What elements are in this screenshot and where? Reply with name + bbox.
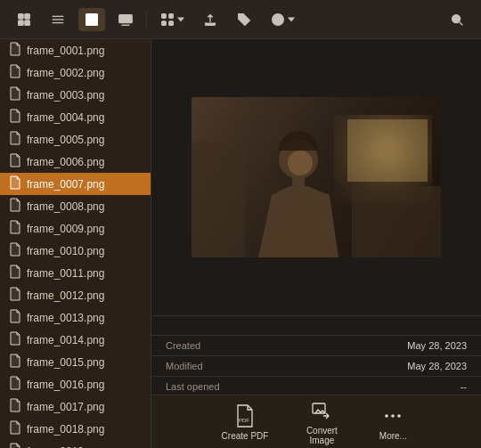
sidebar-item[interactable]: frame_0003.png <box>0 84 151 106</box>
sidebar-item[interactable]: frame_0009.png <box>0 217 151 240</box>
toolbar <box>0 0 481 39</box>
sidebar-item[interactable]: frame_0019.png <box>0 440 151 448</box>
file-name: frame_0001.png <box>27 45 104 57</box>
info-divider-1 <box>151 335 481 336</box>
svg-rect-0 <box>19 13 23 18</box>
svg-point-19 <box>273 13 284 25</box>
search-button[interactable] <box>444 8 470 31</box>
file-icon <box>9 309 21 326</box>
file-icon <box>9 109 21 126</box>
create-pdf-button[interactable]: PDF Create PDF <box>213 400 278 444</box>
info-row-label: Created <box>166 340 273 351</box>
preview-image <box>192 97 441 257</box>
sidebar-item[interactable]: frame_0004.png <box>0 106 151 128</box>
file-icon <box>9 175 21 192</box>
file-icon <box>9 376 21 393</box>
file-icon <box>9 42 21 59</box>
convert-image-button[interactable]: Convert Image <box>295 395 348 448</box>
info-row: Last opened-- <box>151 379 481 395</box>
info-row-divider <box>151 376 481 377</box>
file-icon <box>9 287 21 304</box>
file-icon <box>9 131 21 148</box>
svg-rect-16 <box>162 20 167 25</box>
info-row-label: Last opened <box>166 381 273 392</box>
file-icon <box>9 443 21 448</box>
file-icon <box>9 153 21 170</box>
file-name: frame_0006.png <box>27 156 104 168</box>
grid-view-button[interactable] <box>11 8 37 31</box>
svg-point-26 <box>386 414 389 418</box>
info-panel: CreatedMay 28, 2023ModifiedMay 28, 2023L… <box>151 315 481 395</box>
convert-image-label: Convert Image <box>306 426 338 445</box>
sidebar-item[interactable]: frame_0012.png <box>0 284 151 306</box>
sidebar-item[interactable]: frame_0008.png <box>0 195 151 217</box>
upload-button[interactable] <box>197 8 224 31</box>
show-less-button[interactable] <box>452 326 481 333</box>
more-label: More... <box>379 431 407 441</box>
svg-point-28 <box>398 414 402 418</box>
columns-view-button[interactable] <box>78 8 105 31</box>
svg-point-21 <box>279 18 280 19</box>
sidebar-item[interactable]: frame_0016.png <box>0 373 151 395</box>
gallery-view-button[interactable] <box>112 8 139 31</box>
content-area: CreatedMay 28, 2023ModifiedMay 28, 2023L… <box>151 39 481 448</box>
sidebar-item[interactable]: frame_0006.png <box>0 151 151 173</box>
action-bar: PDF Create PDF Convert Image More... <box>151 395 481 448</box>
share-group-button[interactable] <box>154 8 190 31</box>
file-name: frame_0010.png <box>27 245 104 257</box>
info-rows: CreatedMay 28, 2023ModifiedMay 28, 2023L… <box>151 338 481 395</box>
info-row: CreatedMay 28, 2023 <box>151 338 481 354</box>
sidebar-item[interactable]: frame_0013.png <box>0 306 151 329</box>
more-icon <box>380 403 405 428</box>
info-header <box>151 316 481 326</box>
file-icon <box>9 331 21 348</box>
sidebar-item[interactable]: frame_0017.png <box>0 395 151 418</box>
toolbar-separator-1 <box>146 11 147 29</box>
preview-area <box>151 39 481 315</box>
pdf-icon: PDF <box>232 403 257 428</box>
info-row-label: Modified <box>166 361 273 371</box>
info-row: ModifiedMay 28, 2023 <box>151 358 481 374</box>
file-name: frame_0008.png <box>27 200 104 213</box>
file-icon <box>9 198 21 215</box>
svg-point-22 <box>452 14 461 22</box>
svg-rect-12 <box>119 14 132 22</box>
more-button[interactable]: More... <box>366 400 420 444</box>
file-icon <box>9 220 21 237</box>
convert-icon <box>309 398 334 423</box>
file-name: frame_0015.png <box>27 356 104 369</box>
file-name: frame_0003.png <box>27 89 104 102</box>
file-icon <box>9 398 21 415</box>
list-view-button[interactable] <box>45 8 71 31</box>
svg-point-27 <box>392 414 395 418</box>
actions-button[interactable] <box>265 8 300 31</box>
info-section-title <box>151 326 180 333</box>
sidebar-item[interactable]: frame_0011.png <box>0 262 151 284</box>
sidebar-item[interactable]: frame_0005.png <box>0 128 151 151</box>
sidebar-item[interactable]: frame_0015.png <box>0 351 151 373</box>
sidebar-item[interactable]: frame_0001.png <box>0 39 151 61</box>
file-name: frame_0017.png <box>27 401 104 413</box>
file-name: frame_0019.png <box>27 445 104 449</box>
file-name: frame_0012.png <box>27 289 104 302</box>
info-row-divider <box>151 355 481 356</box>
svg-rect-3 <box>25 20 29 24</box>
sidebar-item[interactable]: frame_0010.png <box>0 240 151 262</box>
svg-rect-14 <box>162 13 167 18</box>
info-row-value: May 28, 2023 <box>273 340 467 351</box>
sidebar-item[interactable]: frame_0014.png <box>0 329 151 351</box>
file-icon <box>9 64 21 81</box>
file-icon <box>9 242 21 259</box>
file-name: frame_0014.png <box>27 334 104 346</box>
sidebar-item[interactable]: frame_0018.png <box>0 418 151 440</box>
sidebar-item[interactable]: frame_0007.png <box>0 173 151 195</box>
sidebar-item[interactable]: frame_0002.png <box>0 61 151 84</box>
file-name: frame_0002.png <box>27 67 104 79</box>
svg-point-18 <box>240 16 242 18</box>
main-area: frame_0001.png frame_0002.png frame_0003… <box>0 39 481 448</box>
svg-line-23 <box>460 21 463 25</box>
svg-rect-11 <box>86 13 98 25</box>
file-name: frame_0013.png <box>27 312 104 324</box>
tag-button[interactable] <box>231 8 257 31</box>
info-row-value: -- <box>273 381 467 392</box>
